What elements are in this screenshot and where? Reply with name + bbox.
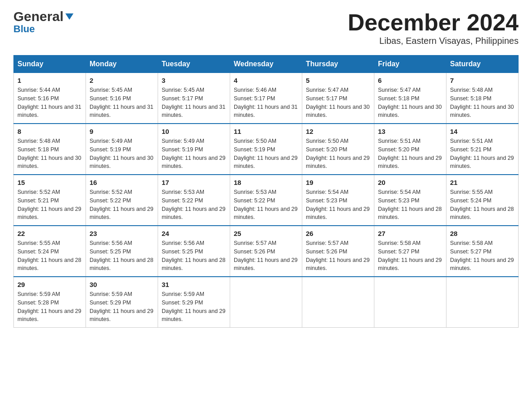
title-block: December 2024 Libas, Eastern Visayas, Ph… — [348, 9, 519, 46]
calendar-cell: 2 Sunrise: 5:45 AMSunset: 5:16 PMDayligh… — [86, 73, 158, 124]
day-info: Sunrise: 5:55 AMSunset: 5:24 PMDaylight:… — [17, 240, 81, 271]
logo-arrow-icon — [64, 12, 74, 21]
day-info: Sunrise: 5:59 AMSunset: 5:28 PMDaylight:… — [17, 291, 81, 322]
calendar-cell — [446, 277, 519, 328]
day-number: 6 — [378, 77, 442, 84]
day-info: Sunrise: 5:55 AMSunset: 5:24 PMDaylight:… — [450, 189, 514, 220]
day-info: Sunrise: 5:45 AMSunset: 5:16 PMDaylight:… — [90, 87, 153, 118]
calendar-cell: 17 Sunrise: 5:53 AMSunset: 5:22 PMDaylig… — [158, 175, 230, 226]
day-number: 9 — [90, 128, 154, 135]
day-info: Sunrise: 5:47 AMSunset: 5:17 PMDaylight:… — [306, 87, 369, 118]
calendar-cell: 31 Sunrise: 5:59 AMSunset: 5:29 PMDaylig… — [158, 277, 230, 328]
col-sunday: Sunday — [14, 56, 86, 73]
day-info: Sunrise: 5:59 AMSunset: 5:29 PMDaylight:… — [162, 291, 225, 322]
calendar-cell: 6 Sunrise: 5:47 AMSunset: 5:18 PMDayligh… — [374, 73, 446, 124]
day-number: 8 — [17, 128, 82, 135]
logo-blue-text: Blue — [13, 23, 35, 35]
day-number: 13 — [378, 128, 442, 135]
day-number: 23 — [90, 230, 154, 237]
calendar-cell: 19 Sunrise: 5:54 AMSunset: 5:23 PMDaylig… — [302, 175, 374, 226]
day-info: Sunrise: 5:57 AMSunset: 5:26 PMDaylight:… — [306, 240, 369, 271]
calendar-cell — [374, 277, 446, 328]
calendar-cell: 12 Sunrise: 5:50 AMSunset: 5:20 PMDaylig… — [302, 124, 374, 175]
day-info: Sunrise: 5:58 AMSunset: 5:27 PMDaylight:… — [450, 240, 514, 271]
day-info: Sunrise: 5:51 AMSunset: 5:21 PMDaylight:… — [450, 138, 514, 169]
calendar-week-row: 8 Sunrise: 5:48 AMSunset: 5:18 PMDayligh… — [14, 124, 519, 175]
calendar-cell: 26 Sunrise: 5:57 AMSunset: 5:26 PMDaylig… — [302, 226, 374, 277]
day-number: 3 — [162, 77, 226, 84]
calendar-cell: 25 Sunrise: 5:57 AMSunset: 5:26 PMDaylig… — [230, 226, 302, 277]
col-saturday: Saturday — [446, 56, 519, 73]
calendar-body: 1 Sunrise: 5:44 AMSunset: 5:16 PMDayligh… — [14, 73, 519, 328]
calendar-week-row: 1 Sunrise: 5:44 AMSunset: 5:16 PMDayligh… — [14, 73, 519, 124]
calendar-cell: 11 Sunrise: 5:50 AMSunset: 5:19 PMDaylig… — [230, 124, 302, 175]
calendar-cell: 20 Sunrise: 5:54 AMSunset: 5:23 PMDaylig… — [374, 175, 446, 226]
day-number: 22 — [17, 230, 82, 237]
day-info: Sunrise: 5:54 AMSunset: 5:23 PMDaylight:… — [378, 189, 442, 220]
day-number: 2 — [90, 77, 154, 84]
day-number: 19 — [306, 179, 370, 186]
calendar-cell: 3 Sunrise: 5:45 AMSunset: 5:17 PMDayligh… — [158, 73, 230, 124]
calendar-cell: 28 Sunrise: 5:58 AMSunset: 5:27 PMDaylig… — [446, 226, 519, 277]
day-info: Sunrise: 5:58 AMSunset: 5:27 PMDaylight:… — [378, 240, 442, 271]
day-info: Sunrise: 5:46 AMSunset: 5:17 PMDaylight:… — [234, 87, 297, 118]
day-number: 29 — [17, 281, 82, 288]
calendar-cell: 30 Sunrise: 5:59 AMSunset: 5:29 PMDaylig… — [86, 277, 158, 328]
calendar-cell — [230, 277, 302, 328]
calendar-cell: 7 Sunrise: 5:48 AMSunset: 5:18 PMDayligh… — [446, 73, 519, 124]
svg-marker-0 — [65, 13, 73, 20]
calendar-table: Sunday Monday Tuesday Wednesday Thursday… — [13, 55, 519, 328]
calendar-cell: 29 Sunrise: 5:59 AMSunset: 5:28 PMDaylig… — [14, 277, 86, 328]
day-number: 28 — [450, 230, 515, 237]
calendar-week-row: 22 Sunrise: 5:55 AMSunset: 5:24 PMDaylig… — [14, 226, 519, 277]
day-info: Sunrise: 5:49 AMSunset: 5:19 PMDaylight:… — [162, 138, 225, 169]
day-info: Sunrise: 5:52 AMSunset: 5:21 PMDaylight:… — [17, 189, 81, 220]
day-number: 4 — [234, 77, 298, 84]
calendar-cell: 18 Sunrise: 5:53 AMSunset: 5:22 PMDaylig… — [230, 175, 302, 226]
col-thursday: Thursday — [302, 56, 374, 73]
day-info: Sunrise: 5:44 AMSunset: 5:16 PMDaylight:… — [17, 87, 81, 118]
day-number: 11 — [234, 128, 298, 135]
calendar-cell: 27 Sunrise: 5:58 AMSunset: 5:27 PMDaylig… — [374, 226, 446, 277]
day-info: Sunrise: 5:56 AMSunset: 5:25 PMDaylight:… — [90, 240, 153, 271]
col-wednesday: Wednesday — [230, 56, 302, 73]
col-monday: Monday — [86, 56, 158, 73]
day-info: Sunrise: 5:53 AMSunset: 5:22 PMDaylight:… — [162, 189, 225, 220]
day-number: 1 — [17, 77, 82, 84]
day-number: 30 — [90, 281, 154, 288]
day-number: 21 — [450, 179, 515, 186]
day-number: 17 — [162, 179, 226, 186]
page-subtitle: Libas, Eastern Visayas, Philippines — [348, 36, 519, 46]
day-number: 25 — [234, 230, 298, 237]
logo-general-text: General — [13, 9, 64, 24]
calendar-cell: 9 Sunrise: 5:49 AMSunset: 5:19 PMDayligh… — [86, 124, 158, 175]
day-info: Sunrise: 5:56 AMSunset: 5:25 PMDaylight:… — [162, 240, 225, 271]
day-number: 27 — [378, 230, 442, 237]
calendar-week-row: 15 Sunrise: 5:52 AMSunset: 5:21 PMDaylig… — [14, 175, 519, 226]
header-row: Sunday Monday Tuesday Wednesday Thursday… — [14, 56, 519, 73]
calendar-cell: 1 Sunrise: 5:44 AMSunset: 5:16 PMDayligh… — [14, 73, 86, 124]
day-info: Sunrise: 5:45 AMSunset: 5:17 PMDaylight:… — [162, 87, 225, 118]
calendar-cell: 8 Sunrise: 5:48 AMSunset: 5:18 PMDayligh… — [14, 124, 86, 175]
day-info: Sunrise: 5:48 AMSunset: 5:18 PMDaylight:… — [17, 138, 81, 169]
day-info: Sunrise: 5:52 AMSunset: 5:22 PMDaylight:… — [90, 189, 153, 220]
col-tuesday: Tuesday — [158, 56, 230, 73]
day-info: Sunrise: 5:47 AMSunset: 5:18 PMDaylight:… — [378, 87, 442, 118]
calendar-cell: 21 Sunrise: 5:55 AMSunset: 5:24 PMDaylig… — [446, 175, 519, 226]
calendar-cell: 4 Sunrise: 5:46 AMSunset: 5:17 PMDayligh… — [230, 73, 302, 124]
calendar-cell: 22 Sunrise: 5:55 AMSunset: 5:24 PMDaylig… — [14, 226, 86, 277]
calendar-cell: 14 Sunrise: 5:51 AMSunset: 5:21 PMDaylig… — [446, 124, 519, 175]
calendar-cell: 13 Sunrise: 5:51 AMSunset: 5:20 PMDaylig… — [374, 124, 446, 175]
page-header: General Blue December 2024 Libas, Easter… — [13, 9, 519, 46]
calendar-week-row: 29 Sunrise: 5:59 AMSunset: 5:28 PMDaylig… — [14, 277, 519, 328]
calendar-header: Sunday Monday Tuesday Wednesday Thursday… — [14, 56, 519, 73]
calendar-cell: 16 Sunrise: 5:52 AMSunset: 5:22 PMDaylig… — [86, 175, 158, 226]
calendar-cell: 10 Sunrise: 5:49 AMSunset: 5:19 PMDaylig… — [158, 124, 230, 175]
day-info: Sunrise: 5:51 AMSunset: 5:20 PMDaylight:… — [378, 138, 442, 169]
day-number: 20 — [378, 179, 442, 186]
day-number: 18 — [234, 179, 298, 186]
day-number: 12 — [306, 128, 370, 135]
calendar-cell: 23 Sunrise: 5:56 AMSunset: 5:25 PMDaylig… — [86, 226, 158, 277]
day-number: 7 — [450, 77, 515, 84]
day-info: Sunrise: 5:57 AMSunset: 5:26 PMDaylight:… — [234, 240, 297, 271]
